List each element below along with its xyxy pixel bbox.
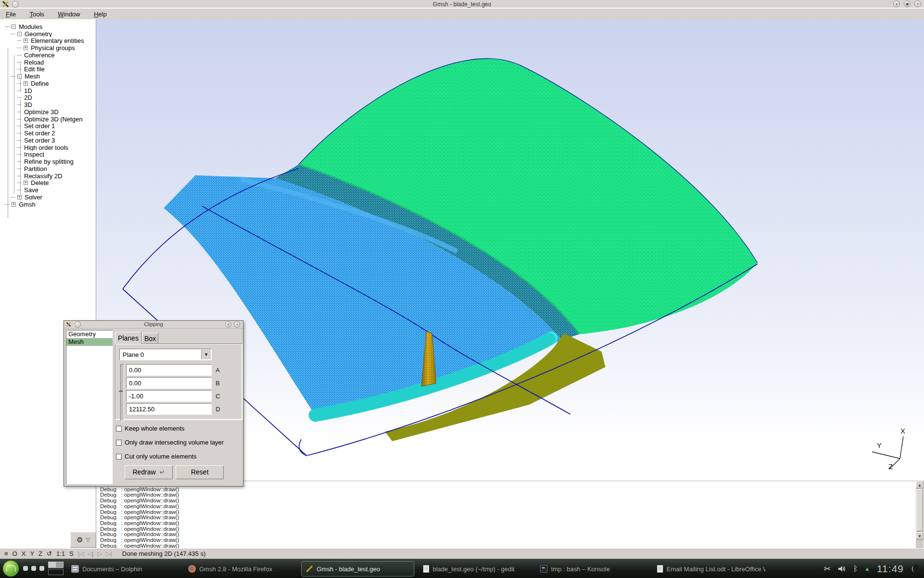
chevron-down-icon[interactable]: ▼	[201, 350, 211, 359]
expander-icon[interactable]: +	[17, 195, 22, 199]
tree-item-delete[interactable]: +Delete	[0, 180, 96, 187]
task-gmsh-active[interactable]: Gmsh - blade_test.geo	[301, 561, 414, 577]
task-konsole[interactable]: tmp : bash – Konsole	[536, 561, 648, 577]
player-play-icon[interactable]: ▷	[97, 550, 102, 557]
tree-item-gmsh[interactable]: +Gmsh	[0, 201, 96, 208]
tree-item-refine-by-splitting[interactable]: Refine by splitting	[0, 158, 96, 165]
clipping-dialog[interactable]: · Clipping ∨ × Geometry Mesh Planes Box …	[64, 320, 244, 486]
console-scrollbar[interactable]: ▲ ▼	[916, 481, 924, 548]
tree-item-set-order-2[interactable]: Set order 2	[0, 130, 96, 137]
coefficient-slider[interactable]	[120, 364, 124, 421]
tree-item-set-order-3[interactable]: Set order 3	[0, 137, 96, 144]
tree-item-elementary-entities[interactable]: +Elementary entities	[0, 38, 96, 45]
task-libreoffice[interactable]: Email Mailing List.odt - LibreOffice Wri	[653, 561, 765, 577]
menu-window[interactable]: Window	[52, 10, 86, 18]
tree-item-geometry[interactable]: -Geometry	[0, 30, 96, 38]
tree-item-2d[interactable]: 2D	[0, 94, 96, 102]
tree-item-1d[interactable]: 1D	[0, 87, 96, 94]
tree-item-define[interactable]: +Define	[0, 80, 96, 87]
scroll-up-icon[interactable]: ▲	[916, 481, 924, 488]
dialog-rollup-button[interactable]: ∨	[225, 321, 231, 328]
menu-help[interactable]: Help	[88, 10, 113, 18]
checkbox-icon[interactable]	[116, 426, 122, 432]
console-options-button[interactable]: ⚙▽	[70, 532, 96, 548]
app-launcher-icon[interactable]	[3, 561, 19, 577]
player-back-icon[interactable]: ◁|	[88, 550, 93, 557]
checkbox-only-draw-intersecting[interactable]: Only draw intersecting volume layer	[116, 439, 224, 446]
tree-item-edit-file[interactable]: Edit file	[0, 66, 96, 73]
list-item-mesh-selected[interactable]: Mesh	[66, 338, 113, 346]
window-rollup-button[interactable]: ∨	[893, 0, 900, 7]
expander-icon[interactable]: +	[24, 181, 28, 185]
checkbox-icon[interactable]	[116, 440, 122, 446]
reset-button[interactable]: Reset	[176, 465, 224, 479]
status-z-button[interactable]: Z	[38, 550, 42, 557]
tab-box[interactable]: Box	[142, 333, 158, 344]
window-maximize-button[interactable]: ◆	[904, 0, 911, 7]
tree-item-mesh[interactable]: -Mesh	[0, 73, 96, 80]
status-y-button[interactable]: Y	[30, 550, 34, 557]
expander-icon[interactable]: -	[17, 74, 22, 79]
plane-select[interactable]: Plane 0 ▼	[119, 349, 212, 360]
tree-item-reload[interactable]: Reload	[0, 59, 96, 66]
scroll-down-icon[interactable]: ▼	[916, 532, 924, 539]
status-ortho-button[interactable]: O	[13, 550, 17, 557]
tree-item-set-order-1[interactable]: Set order 1	[0, 123, 96, 130]
status-menu-icon[interactable]: ≡	[4, 550, 8, 557]
tree-item-modules[interactable]: -Modules	[0, 23, 96, 30]
panel-cashew-icon[interactable]	[911, 564, 920, 574]
slider-handle[interactable]	[119, 391, 123, 392]
status-s-button[interactable]: S	[69, 550, 74, 557]
desktop-pager[interactable]	[48, 562, 64, 575]
dialog-close-button[interactable]: ×	[234, 321, 240, 328]
clock[interactable]: 11:49	[877, 563, 904, 575]
status-x-button[interactable]: X	[22, 550, 26, 557]
tree-item-3d[interactable]: 3D	[0, 101, 96, 108]
expander-icon[interactable]: -	[17, 32, 22, 36]
volume-icon[interactable]	[838, 565, 847, 573]
menu-file[interactable]: File	[0, 10, 22, 18]
task-firefox[interactable]: Gmsh 2.8 - Mozilla Firefox	[184, 561, 296, 577]
status-rotate-icon[interactable]: ↺	[47, 550, 52, 557]
plane-a-field[interactable]	[126, 364, 212, 376]
tab-planes[interactable]: Planes	[115, 332, 141, 344]
tree-item-physical-groups[interactable]: +Physical groups	[0, 44, 96, 52]
status-zoom-1-1-button[interactable]: 1:1	[56, 550, 65, 557]
player-forward-icon[interactable]: ▷|	[106, 550, 111, 557]
message-console[interactable]: Debug : openglWindow::draw() Debug : ope…	[96, 481, 924, 548]
tree-item-save[interactable]: Save	[0, 186, 96, 194]
expander-icon[interactable]: +	[24, 39, 28, 43]
tree-item-optimize-3d-netgen[interactable]: Optimize 3D (Netgen	[0, 116, 96, 123]
plane-b-field[interactable]	[126, 377, 212, 389]
list-item-geometry[interactable]: Geometry	[66, 330, 113, 338]
task-dolphin[interactable]: Documents – Dolphin	[67, 561, 180, 577]
bluetooth-icon[interactable]: ᛒ	[853, 565, 858, 573]
window-close-button[interactable]: ×	[914, 0, 921, 7]
klipper-scissors-icon[interactable]: ✂	[823, 564, 831, 574]
tree-item-reclassify-2d[interactable]: Reclassify 2D	[0, 172, 96, 180]
scroll-thumb[interactable]	[916, 489, 923, 531]
player-first-icon[interactable]: |◁	[78, 550, 83, 557]
tree-item-coherence[interactable]: Coherence	[0, 52, 96, 59]
task-gedit[interactable]: blade_test.geo (~/tmp) - gedit	[419, 561, 531, 577]
expander-icon[interactable]: +	[24, 81, 28, 86]
checkbox-cut-only-volume[interactable]: Cut only volume elements	[116, 453, 197, 460]
tree-item-high-order-tools[interactable]: High order tools	[0, 144, 96, 151]
expander-icon[interactable]: +	[12, 202, 16, 207]
plane-d-field[interactable]	[126, 403, 212, 415]
plane-c-field[interactable]	[126, 390, 212, 402]
tree-item-inspect[interactable]: Inspect	[0, 151, 96, 158]
clipping-dialog-titlebar[interactable]: · Clipping ∨ ×	[64, 321, 243, 328]
checkbox-icon[interactable]	[116, 454, 122, 460]
checkbox-keep-whole-elements[interactable]: Keep whole elements	[116, 425, 184, 432]
redraw-button[interactable]: Redraw↵	[125, 465, 173, 479]
window-titlebar[interactable]: · Gmsh - blade_test.geo ∨ ◆ ×	[0, 0, 924, 9]
tray-expand-icon[interactable]: ▲	[864, 565, 870, 572]
expander-icon[interactable]: +	[24, 46, 28, 50]
tree-item-solver[interactable]: +Solver	[0, 194, 96, 201]
tree-item-partition[interactable]: Partition	[0, 165, 96, 172]
desktop-dots-icon[interactable]	[23, 566, 44, 571]
menu-tools[interactable]: Tools	[24, 10, 50, 18]
tree-item-optimize-3d[interactable]: Optimize 3D	[0, 108, 96, 116]
expander-icon[interactable]: -	[12, 25, 16, 29]
